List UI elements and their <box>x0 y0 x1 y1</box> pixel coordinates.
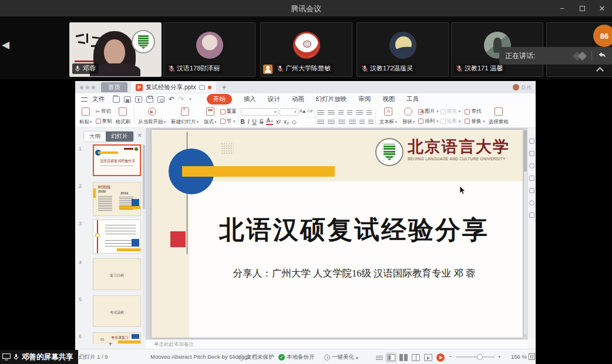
subscript-button[interactable]: x₂ <box>284 119 289 125</box>
selection-pane-button[interactable]: 选择窗格 <box>487 107 510 126</box>
arrange-button[interactable]: 排列▾ <box>418 118 439 125</box>
notes-bar[interactable]: 单击此处添加备注 <box>146 339 527 349</box>
strikethrough-button[interactable]: S <box>260 119 264 125</box>
italic-button[interactable]: I <box>248 119 250 125</box>
beautify-button[interactable]: 一键美化▴ <box>324 353 358 361</box>
play-from-current-button[interactable]: ▶ 从当前开始▾ <box>136 107 167 126</box>
close-button[interactable]: ✕ <box>592 0 612 16</box>
shapes-button[interactable]: 形状▾ <box>401 107 417 126</box>
new-slide-button[interactable]: 新建幻灯片▾ <box>169 107 200 126</box>
document-tab[interactable]: P 复试经验分享.pptx <box>131 82 216 93</box>
slide-thumbnail-2[interactable]: 时间线 2020 2019 <box>93 182 141 216</box>
scroll-left-icon[interactable]: ◀ <box>2 39 9 51</box>
quickbar-dropdown-icon[interactable]: ▾ <box>189 97 191 102</box>
status-menu-icon[interactable] <box>376 355 383 360</box>
reading-view-icon[interactable] <box>412 354 420 361</box>
clear-format-button[interactable]: ◇ <box>292 119 297 125</box>
picture-button[interactable]: 图片▾ <box>418 108 439 115</box>
zoom-in-icon[interactable]: + <box>498 353 502 360</box>
bold-button[interactable]: B <box>241 119 245 125</box>
text-direction-button[interactable] <box>356 109 363 114</box>
current-slide[interactable]: 北京语言大学 BEIJING LANGUAGE AND CULTURE UNIV… <box>152 130 523 338</box>
reply-arrow-icon[interactable] <box>598 50 606 61</box>
print-icon[interactable] <box>146 96 153 103</box>
distribute-button[interactable] <box>368 119 374 124</box>
copy-button[interactable]: 复制 <box>96 118 112 125</box>
zoom-slider-knob[interactable] <box>477 354 483 360</box>
right-rail-icon[interactable] <box>529 151 534 156</box>
cut-button[interactable]: ✂剪切 <box>96 108 112 115</box>
hamburger-icon[interactable] <box>81 97 88 102</box>
presenter-view-icon[interactable] <box>424 354 432 361</box>
slide-thumbnail-5[interactable]: 考试流程 <box>93 295 141 327</box>
open-file-icon[interactable] <box>113 96 120 103</box>
font-color-button[interactable]: A▾ <box>266 118 273 125</box>
replace-button[interactable]: 替换▾ <box>465 118 485 125</box>
format-painter-button[interactable]: 格式刷 <box>114 107 133 126</box>
slideshow-play-icon[interactable] <box>436 353 445 362</box>
align-left-button[interactable] <box>317 119 324 124</box>
redo-icon[interactable]: ↷ <box>179 95 184 103</box>
right-rail-icon[interactable] <box>529 200 534 205</box>
font-size-combo[interactable]: ▾ <box>280 108 298 116</box>
align-right-button[interactable] <box>338 119 345 124</box>
tab-slideshow[interactable]: 幻灯片放映 <box>316 95 347 103</box>
numbering-button[interactable] <box>328 109 335 114</box>
undo-icon[interactable]: ↶ <box>169 95 174 103</box>
account-chip[interactable]: D.R <box>513 84 531 90</box>
backup-status[interactable]: ✓ 本地备份开 <box>278 353 315 361</box>
right-rail-icon[interactable] <box>529 163 534 168</box>
zoom-slider[interactable] <box>456 356 495 358</box>
layout-button[interactable]: 版式▾ <box>202 107 218 126</box>
participant-tile[interactable]: 汉教172温蕴灵 <box>357 22 449 77</box>
slide-thumbnail-3[interactable] <box>93 220 141 254</box>
slide-sorter-icon[interactable] <box>399 354 408 361</box>
export-icon[interactable] <box>135 96 142 103</box>
increase-font-button[interactable]: A▴ <box>300 108 306 116</box>
align-text-button[interactable] <box>366 109 372 114</box>
zoom-level[interactable]: 156 % <box>511 353 527 360</box>
slide-thumbnail-4[interactable]: 复习日程 <box>93 258 141 290</box>
zoom-out-icon[interactable]: − <box>449 353 452 360</box>
tab-review[interactable]: 审阅 <box>358 95 371 103</box>
reset-button[interactable]: 重置 <box>220 108 237 115</box>
right-rail-icon[interactable] <box>529 188 534 193</box>
protection-status[interactable]: 文档未保护 <box>238 353 274 361</box>
restore-button[interactable] <box>572 0 592 16</box>
tab-view[interactable]: 视图 <box>382 95 395 103</box>
superscript-button[interactable]: x² <box>276 119 281 125</box>
tab-tools[interactable]: 工具 <box>406 95 419 103</box>
participant-tile[interactable]: 邓蓉 <box>69 22 162 77</box>
participant-count-badge[interactable]: 86 <box>593 25 612 47</box>
find-button[interactable]: 查找 <box>465 108 485 115</box>
panel-close-icon[interactable]: ✕ <box>137 132 142 139</box>
right-rail-icon[interactable] <box>529 139 534 144</box>
save-icon[interactable] <box>124 96 131 103</box>
right-rail-icon[interactable] <box>529 213 534 218</box>
right-rail-icon[interactable] <box>529 176 534 181</box>
outline-tab[interactable]: 大纲 <box>84 132 106 141</box>
fill-button[interactable]: 填充▾ <box>440 108 461 115</box>
slides-tab[interactable]: 幻灯片 <box>106 132 133 141</box>
new-tab-button[interactable]: + <box>222 83 227 92</box>
participant-tile[interactable]: 汉语178邵泽丽 <box>163 22 255 77</box>
decrease-font-button[interactable]: A▾ <box>307 108 313 116</box>
tab-insert[interactable]: 插入 <box>244 95 256 103</box>
normal-view-icon[interactable] <box>387 354 395 361</box>
tab-home[interactable]: 开始 <box>207 94 232 105</box>
wps-home-tab[interactable]: 首页 <box>101 82 127 92</box>
tab-design[interactable]: 设计 <box>268 95 280 103</box>
slide-thumbnail-1[interactable]: 北语汉硕复试经验分享 <box>93 144 141 176</box>
outline-button[interactable]: 轮廓▾ <box>440 118 461 125</box>
textbox-button[interactable]: 文本框▾ <box>378 107 399 126</box>
canvas-scrollbar[interactable] <box>524 130 527 335</box>
underline-button[interactable]: U <box>253 119 257 125</box>
paste-button[interactable]: 粘贴▾ <box>78 107 94 126</box>
increase-indent-button[interactable] <box>347 109 352 114</box>
menu-file[interactable]: 文件 <box>92 95 105 103</box>
line-spacing-button[interactable] <box>359 119 365 124</box>
participant-tile[interactable]: 广州大学陈楚敏 <box>260 22 352 77</box>
justify-button[interactable] <box>349 119 356 124</box>
tab-animation[interactable]: 动画 <box>292 95 304 103</box>
panel-scrollbar[interactable] <box>143 144 145 338</box>
